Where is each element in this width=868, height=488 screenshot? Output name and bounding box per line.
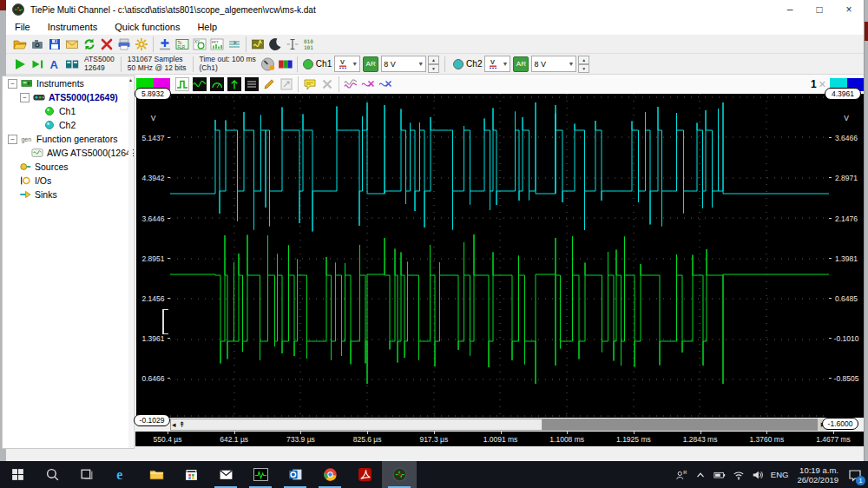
toolbar-add-object-button[interactable] (156, 36, 174, 53)
toolbar-print-button[interactable] (115, 36, 133, 53)
waveform-plot[interactable] (170, 94, 829, 418)
tree-item-instruments[interactable]: −Instruments (3, 76, 134, 90)
range-spinner-ch2[interactable]: ▲▼ (578, 56, 589, 73)
scope-label-button[interactable] (301, 76, 319, 93)
taskbar-edge-button[interactable]: e (104, 461, 139, 488)
tree-item-awg-ats5000-12649-[interactable]: AWG ATS5000(12649) (3, 146, 134, 160)
range-spinner-ch1[interactable]: ▲▼ (428, 56, 439, 73)
taskbar-chrome-button[interactable] (312, 461, 347, 488)
toolbar-night-mode-button[interactable] (266, 36, 284, 53)
tree-item-sinks[interactable]: Sinks (3, 188, 134, 201)
toolbar-knob-button[interactable] (260, 56, 277, 73)
menu-file[interactable]: File (6, 19, 39, 35)
close-button[interactable]: × (834, 0, 864, 19)
taskbar-scope-app-button[interactable] (243, 461, 278, 488)
toolbar-start-button[interactable] (11, 56, 29, 73)
scrollbar-thumb[interactable] (170, 419, 542, 431)
tree-item-ch2[interactable]: Ch2 (3, 118, 134, 132)
taskbar-explorer-button[interactable] (139, 461, 174, 488)
scope-interpolation-button[interactable] (174, 76, 191, 93)
tray-volume-button[interactable] (748, 461, 767, 488)
toolbar-levels-button[interactable] (226, 36, 243, 53)
taskbar-start-win-button[interactable] (0, 461, 35, 488)
toolbar-cursor-button[interactable] (284, 36, 301, 53)
toolbar-save-button[interactable] (46, 36, 63, 53)
toolbar-rgb-button[interactable] (277, 56, 294, 73)
action-center-button[interactable]: 1 (844, 461, 866, 488)
tray-wifi-button[interactable] (729, 461, 748, 488)
range-select-ch1[interactable]: 8 V▼ (381, 56, 426, 72)
scope-compare-button[interactable] (342, 76, 359, 93)
toolbar-software-generator-button[interactable] (249, 36, 266, 53)
channel-label-ch1: Ch1 (316, 59, 332, 69)
autorange-button-ch2[interactable]: AR (513, 56, 529, 72)
toolbar-email-button[interactable] (63, 36, 81, 53)
tree-item-function-generators[interactable]: −genFunction generators (3, 132, 134, 146)
taskbar-outlook-button[interactable] (278, 461, 312, 488)
maximize-button[interactable]: □ (805, 0, 834, 19)
toolbar-one-shot-button[interactable] (29, 56, 46, 73)
language-indicator[interactable]: ENG (771, 470, 789, 479)
trigger-position-marker-icon[interactable]: ↟ (179, 419, 186, 430)
scope-edit-button[interactable] (260, 76, 278, 93)
taskbar-mail-button[interactable] (208, 461, 243, 488)
autorange-button-ch1[interactable]: AR (363, 56, 378, 72)
taskbar-task-view-button[interactable] (69, 461, 104, 488)
toolbar-xy-plot-button[interactable]: XY (191, 36, 208, 53)
scope-recorder-view-button[interactable] (226, 76, 243, 93)
menu-quick-functions[interactable]: Quick functions (106, 19, 188, 35)
axis-unit: V (829, 114, 864, 122)
toolbar-settings-button[interactable] (133, 36, 150, 53)
menu-instruments[interactable]: Instruments (39, 19, 106, 35)
toolbar-open-file-button[interactable] (11, 36, 29, 53)
tray-battery-button[interactable] (710, 461, 729, 488)
tree-item-i-os[interactable]: I/Os (3, 174, 134, 188)
tree-expander-icon[interactable]: − (8, 135, 17, 144)
taskbar-acrobat-button[interactable] (347, 461, 382, 488)
scroll-left-arrow-icon[interactable]: ◂ (172, 419, 176, 430)
toolbar-auto-setup-button[interactable]: A (46, 56, 63, 73)
scope-data-view-button[interactable] (243, 76, 260, 93)
tree-item-ch1[interactable]: Ch1 (3, 104, 134, 118)
tray-people-button[interactable]: R (672, 461, 691, 488)
toolbar-delete-button[interactable] (98, 36, 115, 53)
close-page-icon[interactable]: ✕ (819, 79, 826, 90)
minimize-button[interactable]: – (775, 0, 805, 19)
toolbar-multimeter-button[interactable]: TcFLR (174, 36, 191, 53)
tree-item-label: AWG ATS5000(12649) (47, 148, 135, 158)
taskbar-tiepie-button[interactable] (382, 461, 417, 488)
scope-meter-view-button[interactable] (208, 76, 226, 93)
toolbar-snapshot-button[interactable] (29, 36, 46, 53)
axis-tick-label: 2.8971 (829, 174, 864, 182)
tree-item-sources[interactable]: Sources (3, 160, 134, 174)
axis-tick-label: 0.6466 (136, 374, 170, 383)
scope-scope-view-button[interactable] (191, 76, 208, 93)
right-axis-max-label[interactable]: 4.3961 (825, 88, 861, 100)
left-axis-min-label[interactable]: -0.1029 (134, 414, 170, 426)
toolbar-binary-data-button[interactable]: 010101 (301, 36, 319, 53)
left-axis-max-label[interactable]: 5.8932 (135, 88, 171, 100)
title-bar[interactable]: TiePie Multi Channel - c:\atiscd\atis\at… (6, 0, 864, 19)
tree-expander-icon[interactable]: − (8, 79, 17, 89)
scope-remove-magenta-button[interactable] (359, 76, 377, 93)
toolbar-pages-button[interactable] (63, 56, 81, 73)
menu-help[interactable]: Help (188, 19, 226, 35)
right-axis-min-label[interactable]: -1.6000 (822, 418, 858, 430)
time-tick-mark (833, 432, 834, 434)
taskbar-search-button[interactable] (35, 461, 69, 488)
coupling-dropdown-ch1[interactable]: V▼ (334, 56, 360, 72)
coupling-dropdown-ch2[interactable]: V▼ (484, 56, 510, 72)
range-select-ch2[interactable]: 8 V▼ (531, 56, 576, 72)
tree-expander-icon[interactable]: − (20, 93, 30, 102)
horizontal-scrollbar[interactable]: ◂ ↟ ▶ (170, 419, 829, 431)
taskbar-clock[interactable]: 10:19 a.m. 26/02/2019 (797, 465, 838, 485)
tray-chevron-up-button[interactable] (691, 461, 710, 488)
toolbar-fft-button[interactable]: FFT (208, 36, 226, 53)
time-tick-mark (501, 432, 502, 434)
scope-remove-blue-button[interactable] (377, 76, 394, 93)
toolbar-refresh-button[interactable] (81, 36, 98, 53)
tree-scrollbar[interactable]: ▲ (128, 77, 133, 449)
trigger-level-bracket[interactable] (162, 309, 168, 334)
taskbar-store-button[interactable] (174, 461, 208, 488)
tree-item-ats5000-12649-[interactable]: −ATS5000(12649) (3, 90, 134, 104)
